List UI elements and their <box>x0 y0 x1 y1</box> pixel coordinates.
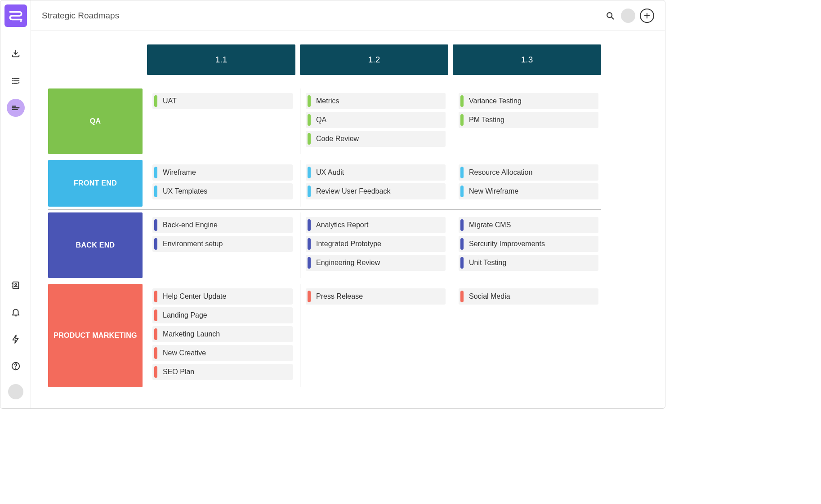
search-icon[interactable] <box>602 8 618 24</box>
roadmap-card[interactable]: Code Review <box>306 131 446 147</box>
lane-header-front-end[interactable]: FRONT END <box>48 160 143 207</box>
svg-point-0 <box>20 21 21 21</box>
card-stripe <box>154 291 157 302</box>
lane-header-product-marketing[interactable]: PRODUCT MARKETING <box>48 284 143 387</box>
help-icon[interactable] <box>7 357 25 375</box>
card-label: Wireframe <box>163 168 293 177</box>
card-stripe <box>154 347 157 359</box>
roadmap-grid: 1.11.21.3QAUATMetricsQACode ReviewVarian… <box>48 44 648 387</box>
row-separator <box>48 157 601 157</box>
card-stripe <box>154 309 157 321</box>
roadmap-card[interactable]: New Creative <box>152 345 293 361</box>
roadmap-card[interactable]: Resource Allocation <box>459 164 598 181</box>
cell-product-marketing-3: Social Media <box>453 284 601 387</box>
column-header-1[interactable]: 1.1 <box>147 44 295 75</box>
roadmap-card[interactable]: UAT <box>152 93 293 109</box>
cell-qa-3: Variance TestingPM Testing <box>453 88 601 154</box>
row-separator <box>48 281 601 281</box>
list-view-icon[interactable] <box>7 72 25 90</box>
main-area: Strategic Roadmaps 1.11.21.3QAUATMetrics… <box>31 0 665 408</box>
user-avatar-top[interactable] <box>621 9 635 23</box>
roadmap-card[interactable]: QA <box>306 112 446 128</box>
card-label: Metrics <box>316 97 446 105</box>
card-label: Sercurity Improvements <box>469 240 598 248</box>
swimlane-view-icon[interactable] <box>7 99 25 117</box>
row-separator <box>48 209 601 210</box>
card-stripe <box>154 366 157 378</box>
roadmap-card[interactable]: Review User Feedback <box>306 183 446 199</box>
roadmap-card[interactable]: Marketing Launch <box>152 326 293 342</box>
column-header-2[interactable]: 1.2 <box>300 44 448 75</box>
roadmap-card[interactable]: Metrics <box>306 93 446 109</box>
logo-icon <box>8 8 23 23</box>
card-stripe <box>460 114 464 126</box>
roadmap-card[interactable]: Environment setup <box>152 236 293 252</box>
roadmap-card[interactable]: Engineering Review <box>306 255 446 271</box>
card-label: Variance Testing <box>469 97 598 105</box>
roadmap-card[interactable]: Migrate CMS <box>459 217 598 233</box>
card-stripe <box>308 186 311 197</box>
header-spacer <box>48 44 143 75</box>
card-stripe <box>154 219 157 231</box>
lane-header-back-end[interactable]: BACK END <box>48 212 143 278</box>
roadmap-card[interactable]: Analytics Report <box>306 217 446 233</box>
card-label: Code Review <box>316 135 446 143</box>
contacts-icon[interactable] <box>7 276 25 294</box>
user-avatar-sidebar[interactable] <box>8 384 23 399</box>
roadmap-card[interactable]: SEO Plan <box>152 364 293 380</box>
import-icon[interactable] <box>7 45 25 63</box>
card-stripe <box>308 219 311 231</box>
cell-back-end-3: Migrate CMSSercurity ImprovementsUnit Te… <box>453 212 601 278</box>
card-label: Unit Testing <box>469 259 598 267</box>
roadmap-card[interactable]: Unit Testing <box>459 255 598 271</box>
card-label: New Creative <box>163 349 293 357</box>
svg-point-2 <box>15 283 17 285</box>
svg-point-4 <box>15 368 16 368</box>
cell-front-end-2: UX AuditReview User Feedback <box>300 160 448 207</box>
roadmap-card[interactable]: Integrated Prototype <box>306 236 446 252</box>
topbar: Strategic Roadmaps <box>31 0 665 31</box>
card-label: Social Media <box>469 292 598 301</box>
card-label: Integrated Prototype <box>316 240 446 248</box>
roadmap-card[interactable]: Variance Testing <box>459 93 598 109</box>
header-gap <box>48 75 601 88</box>
cell-back-end-2: Analytics ReportIntegrated PrototypeEngi… <box>300 212 448 278</box>
add-button[interactable] <box>640 9 654 23</box>
card-stripe <box>460 257 464 269</box>
card-stripe <box>308 133 311 145</box>
card-label: UX Audit <box>316 168 446 177</box>
roadmap-card[interactable]: Wireframe <box>152 164 293 181</box>
cell-front-end-3: Resource AllocationNew Wireframe <box>453 160 601 207</box>
roadmap-card[interactable]: Press Release <box>306 288 446 305</box>
card-label: Press Release <box>316 292 446 301</box>
roadmap-card[interactable]: Sercurity Improvements <box>459 236 598 252</box>
roadmap-card[interactable]: PM Testing <box>459 112 598 128</box>
cell-product-marketing-1: Help Center UpdateLanding PageMarketing … <box>147 284 295 387</box>
card-label: Landing Page <box>163 311 293 319</box>
card-stripe <box>460 219 464 231</box>
roadmap-card[interactable]: Back-end Engine <box>152 217 293 233</box>
card-label: Review User Feedback <box>316 187 446 195</box>
card-label: Marketing Launch <box>163 330 293 338</box>
card-stripe <box>460 291 464 302</box>
card-stripe <box>154 328 157 340</box>
card-stripe <box>460 186 464 197</box>
column-header-3[interactable]: 1.3 <box>453 44 601 75</box>
roadmap-card[interactable]: Landing Page <box>152 307 293 323</box>
roadmap-card[interactable]: UX Audit <box>306 164 446 181</box>
card-label: SEO Plan <box>163 368 293 376</box>
roadmap-card[interactable]: New Wireframe <box>459 183 598 199</box>
roadmap-card[interactable]: UX Templates <box>152 183 293 199</box>
notifications-icon[interactable] <box>7 303 25 321</box>
card-stripe <box>460 238 464 250</box>
card-label: Analytics Report <box>316 221 446 229</box>
card-stripe <box>308 95 311 107</box>
roadmap-card[interactable]: Help Center Update <box>152 288 293 305</box>
lane-header-qa[interactable]: QA <box>48 88 143 154</box>
card-stripe <box>308 257 311 269</box>
cell-qa-2: MetricsQACode Review <box>300 88 448 154</box>
app-logo[interactable] <box>4 4 27 27</box>
roadmap-card[interactable]: Social Media <box>459 288 598 305</box>
card-label: Environment setup <box>163 240 293 248</box>
activity-icon[interactable] <box>7 330 25 348</box>
